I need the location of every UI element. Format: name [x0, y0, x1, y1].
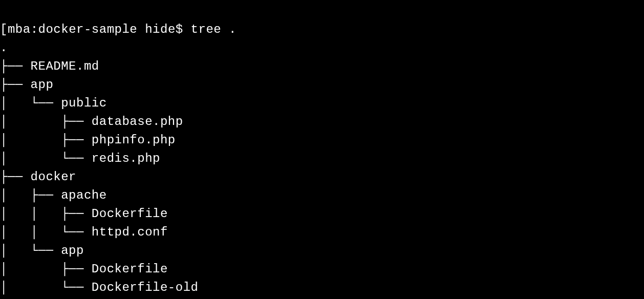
prompt-line: [mba:docker-sample hide$ tree . [0, 23, 237, 36]
tree-line: ├── app [0, 78, 53, 92]
terminal-output[interactable]: [mba:docker-sample hide$ tree . . ├── RE… [0, 2, 644, 299]
command-text: tree . [191, 23, 237, 36]
tree-line: │ └── public [0, 96, 107, 110]
tree-line: ├── README.md [0, 59, 99, 73]
tree-root: . [0, 41, 8, 55]
tree-line: │ └── redis.php [0, 152, 160, 165]
prompt-sep2: $ [176, 23, 183, 36]
leading-bracket: [ [0, 23, 8, 36]
tree-line: │ ├── Dockerfile [0, 262, 168, 276]
tree-line: │ ├── phpinfo.php [0, 133, 176, 147]
tree-line: │ └── Dockerfile-old [0, 281, 198, 294]
prompt-user: hide [145, 23, 176, 36]
tree-line: ├── docker [0, 170, 76, 184]
tree-line: │ └── app [0, 244, 84, 258]
tree-line: │ │ ├── Dockerfile [0, 207, 168, 221]
prompt-directory: docker-sample [38, 23, 138, 36]
tree-line: │ ├── database.php [0, 115, 183, 129]
prompt-sep1: : [31, 23, 38, 36]
tree-line: │ │ └── httpd.conf [0, 225, 168, 239]
prompt-host: mba [8, 23, 31, 36]
tree-line: │ ├── apache [0, 188, 107, 202]
